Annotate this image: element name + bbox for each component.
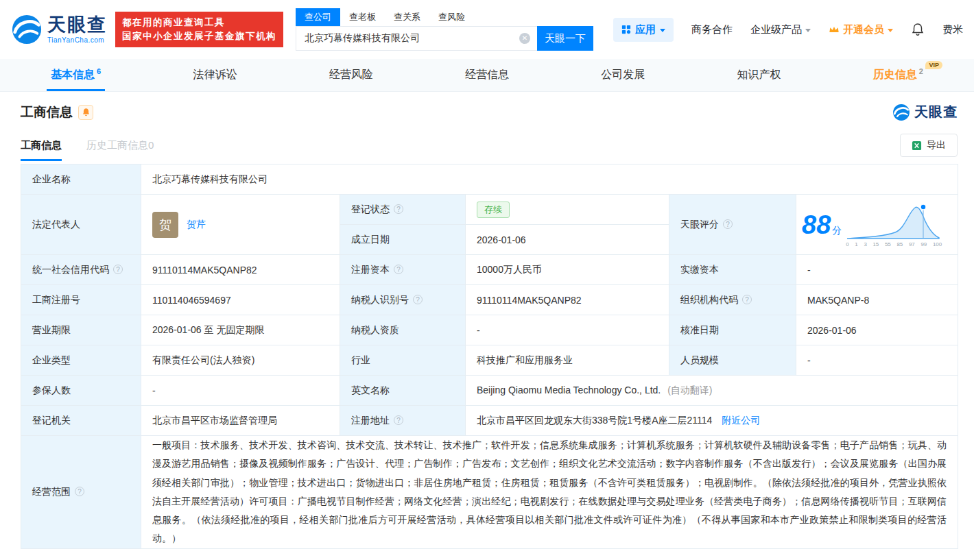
field-label: 英文名称 [340,376,466,406]
avatar[interactable]: 贺 [152,212,178,238]
bell-icon [911,23,925,36]
table-row: 企业名称 北京巧幕传媒科技有限公司 [21,165,958,195]
help-icon[interactable]: ? [394,415,403,425]
tab-legal-litigation[interactable]: 法律诉讼 [185,59,245,91]
field-label: 统一社会信用代码? [21,255,141,285]
apps-menu[interactable]: 应用 [613,18,674,42]
tab-history-info[interactable]: 历史信息2 VIP [865,59,931,91]
notification-bell[interactable] [911,23,925,36]
taxpayer-quality-value: - [466,315,669,345]
score-cell[interactable]: 88分 0131555859799100 [796,195,958,255]
search-tabs: 查公司 查老板 查关系 查风险 [296,8,593,26]
reg-capital-value: 10000万人民币 [466,255,669,285]
help-icon[interactable]: ? [413,295,423,304]
credit-code-value: 91110114MAK5QANP82 [141,255,340,285]
section-header: 工商信息 天眼查 [0,92,974,124]
insured-value: - [141,376,340,406]
field-label: 核准日期 [669,315,796,345]
field-label: 登记状态? [340,195,466,225]
tab-company-development[interactable]: 公司发展 [593,59,653,91]
help-icon[interactable]: ? [394,204,403,214]
menu-biz-cooperation[interactable]: 商务合作 [691,23,733,36]
menu-open-vip[interactable]: 开通会员 [829,23,893,36]
field-label: 天眼评分? [669,195,796,255]
staff-size-value: - [796,345,958,376]
tianyancha-logo-icon [11,14,43,45]
tab-business-info[interactable]: 经营信息 [457,59,517,91]
address-value: 北京市昌平区回龙观东大街338号院1号楼A座二层21114 附近公司 [466,406,958,436]
est-date-value: 2026-01-06 [466,225,669,255]
reg-authority-value: 北京市昌平区市场监督管理局 [141,406,340,436]
menu-enterprise-products[interactable]: 企业级产品 [750,23,811,36]
legal-rep-link[interactable]: 贺芹 [187,219,206,231]
en-name-value: Beijing Qiaomu Media Technology Co., Ltd… [466,376,958,406]
industry-value: 科技推广和应用服务业 [466,345,669,376]
tab-business-risk[interactable]: 经营风险 [321,59,381,91]
table-row: 统一社会信用代码? 91110114MAK5QANP82 注册资本? 10000… [21,255,958,285]
subtab-history-business-info[interactable]: 历史工商信息0 [86,139,154,161]
export-button[interactable]: 导出 [900,134,958,157]
user-account[interactable]: 费米 [942,23,963,36]
top-header: 天眼查 TianYanCha.com 都在用的商业查询工具 国家中小企业发展子基… [0,0,974,59]
field-label: 组织机构代码? [669,285,796,315]
company-type-value: 有限责任公司(法人独资) [141,345,340,376]
field-label: 人员规模 [669,345,796,376]
watermark-logo: 天眼查 [892,103,958,121]
table-row: 参保人数 - 英文名称 Beijing Qiaomu Media Technol… [21,376,958,406]
taxpayer-no-value: 91110114MAK5QANP82 [466,285,669,315]
score-chart: 0131555859799100 [846,202,942,247]
help-icon[interactable]: ? [394,265,403,274]
section-title: 工商信息 [21,104,73,121]
tab-basic-info[interactable]: 基本信息6 [43,59,109,91]
legal-rep-cell: 贺 贺芹 [141,195,340,255]
business-scope-value: 一般项目：技术服务、技术开发、技术咨询、技术交流、技术转让、技术推广；软件开发；… [141,436,958,549]
field-label: 实缴资本 [669,255,796,285]
chevron-down-icon [660,29,665,32]
help-icon[interactable]: ? [113,265,123,274]
clear-search-icon[interactable]: ✕ [519,33,530,44]
field-label: 登记机关 [21,406,141,436]
score-axis-ticks: 0131555859799100 [846,241,942,247]
top-menu: 应用 商务合作 企业级产品 开通会员 费米 [613,18,963,42]
vip-badge: VIP [925,61,942,69]
logo-domain: TianYanCha.com [47,37,107,44]
reg-status-value: 存续 [466,195,669,225]
field-label: 法定代表人 [21,195,141,255]
search-area: 查公司 查老板 查关系 查风险 ✕ 天眼一下 [296,8,593,51]
search-button[interactable]: 天眼一下 [537,26,593,51]
term-value: 2026-01-06 至 无固定期限 [141,315,340,345]
tab-intellectual-property[interactable]: 知识产权 [729,59,789,91]
field-label: 纳税人资质 [340,315,466,345]
tianyancha-logo[interactable]: 天眼查 TianYanCha.com [11,14,107,45]
search-input[interactable] [296,26,537,51]
auto-translate-note: (自动翻译) [667,385,712,395]
crown-icon [829,25,840,34]
tianyancha-logo-icon [892,104,910,121]
table-row: 企业类型 有限责任公司(法人独资) 行业 科技推广和应用服务业 人员规模 - [21,345,958,376]
help-icon[interactable]: ? [75,487,84,496]
org-code-value: MAK5QANP-8 [796,285,958,315]
bell-icon [82,108,91,117]
logo-text: 天眼查 [47,16,107,34]
table-row: 经营范围? 一般项目：技术服务、技术开发、技术咨询、技术交流、技术转让、技术推广… [21,436,958,549]
approve-date-value: 2026-01-06 [796,315,958,345]
search-tab-company[interactable]: 查公司 [296,8,340,26]
subtab-row: 工商信息 历史工商信息0 导出 [0,124,974,161]
reg-no-value: 110114046594697 [141,285,340,315]
monitor-bell-button[interactable] [78,105,93,120]
search-tab-risk[interactable]: 查风险 [429,8,474,26]
search-tab-relation[interactable]: 查关系 [385,8,429,26]
subtab-business-info[interactable]: 工商信息 [21,139,62,161]
field-label: 参保人数 [21,376,141,406]
excel-icon [912,141,922,151]
help-icon[interactable]: ? [723,219,733,229]
table-row: 工商注册号 110114046594697 纳税人识别号? 91110114MA… [21,285,958,315]
table-row: 法定代表人 贺 贺芹 登记状态? 存续 天眼评分? 88分 [21,195,958,225]
field-label: 行业 [340,345,466,376]
nearby-companies-link[interactable]: 附近公司 [722,415,760,426]
help-icon[interactable]: ? [742,295,752,304]
search-tab-boss[interactable]: 查老板 [340,8,385,26]
chevron-down-icon [805,29,811,32]
table-row: 营业期限 2026-01-06 至 无固定期限 纳税人资质 - 核准日期 202… [21,315,958,345]
paid-capital-value: - [796,255,958,285]
